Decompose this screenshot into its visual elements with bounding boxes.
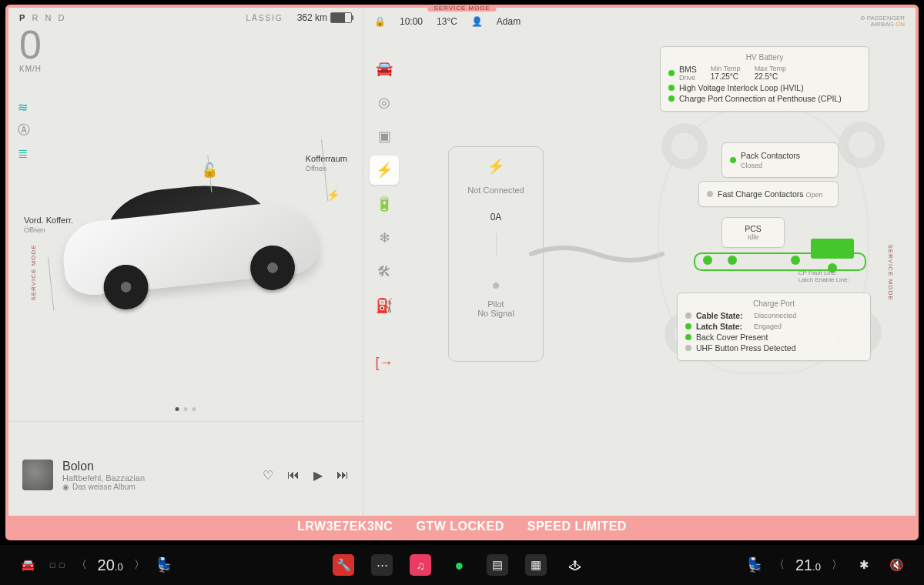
banner-gtw: GTW LOCKED — [416, 520, 504, 533]
status-dot-icon — [707, 191, 713, 197]
temp-left-down[interactable]: 〈 — [76, 558, 87, 572]
bottom-dock: 🚘 ▢ ▢ 〈 20.0 〉 💺 🔧 ⋯ ♫ ● ▤ ▦ 🕹 💺 〈 21.0 … — [0, 545, 924, 585]
vehicle-lock-icon[interactable]: 🔒 — [374, 16, 386, 27]
status-dot-icon — [685, 345, 691, 351]
nav-charging-icon[interactable]: ⚡ — [370, 155, 399, 185]
nav-exit-icon[interactable]: [→ — [370, 348, 399, 377]
user-name[interactable]: Adam — [497, 16, 521, 27]
cp-title: Charge Port — [685, 299, 862, 308]
temp-right-down[interactable]: 〈 — [774, 558, 785, 572]
trunk-action: Öffnen — [306, 165, 347, 173]
connector-current: 0A — [490, 212, 502, 222]
dock-more-icon[interactable]: ⋯ — [371, 554, 393, 576]
max-temp-label: Max Temp — [755, 65, 786, 72]
wheel-bg-icon — [839, 122, 885, 168]
dock-spotify-icon[interactable]: ● — [448, 554, 470, 576]
nav-steering-icon[interactable]: ◎ — [370, 88, 399, 117]
cable-state-value: Disconnected — [755, 312, 797, 319]
temp-left-up[interactable]: 〉 — [134, 558, 145, 572]
range-readout: 362 km — [297, 12, 352, 23]
dock-defrost-icons[interactable]: ▢ ▢ — [49, 561, 65, 569]
dock-volume-icon[interactable]: 🔇 — [886, 554, 907, 576]
banner-speed-limited: SPEED LIMITED — [527, 520, 627, 533]
status-dot-icon — [668, 70, 675, 76]
pilot-dot-icon — [493, 282, 499, 289]
dock-dashcam-icon[interactable]: ▦ — [525, 554, 547, 576]
media-card[interactable]: Bolon Haftbefehl, Bazzazian ◉Das weisse … — [8, 421, 363, 516]
vehicle-avatar — [55, 160, 323, 325]
hv-battery-card: HV Battery BMSDrive Min Temp17.25°C Max … — [660, 46, 869, 112]
temp-right[interactable]: 21.0 — [795, 557, 821, 574]
charge-port-icon[interactable]: ⚡ — [326, 189, 340, 201]
wheel-bg-icon — [661, 123, 708, 169]
cpil-label: Charge Port Connection at Penthouse (CPI… — [679, 94, 842, 103]
latch-enable-label: Latch Enable Line: — [798, 276, 849, 283]
min-temp-label: Min Temp — [711, 65, 741, 72]
seat-left-icon[interactable]: 💺 — [156, 557, 172, 573]
play-button[interactable]: ▶ — [313, 468, 323, 483]
nav-chip-icon[interactable]: ▣ — [370, 122, 399, 151]
pack-contactors-state: Closed — [741, 162, 762, 169]
hvil-label: High Voltage Interlock Loop (HVIL) — [679, 83, 804, 92]
speedometer: 0 KM/H — [19, 25, 42, 73]
pack-contactors-label: Pack Contactors — [741, 151, 800, 160]
dock-car-icon[interactable]: 🚘 — [17, 554, 38, 576]
source-dot-icon: ◉ — [62, 483, 69, 491]
charge-cable-graphic — [531, 246, 662, 256]
back-cover-label: Back Cover Present — [696, 333, 768, 342]
latch-state-label: Latch State: — [696, 322, 742, 331]
pilot-label: Pilot — [477, 299, 514, 309]
hv-title: HV Battery — [668, 53, 861, 62]
charge-port-card: Charge Port Cable State: Disconnected La… — [677, 292, 871, 361]
bolt-icon: ⚡ — [487, 158, 504, 175]
dock-fan-icon[interactable]: ✱ — [853, 554, 875, 576]
connector-status: Not Connected — [467, 186, 524, 195]
nav-fuel-icon[interactable]: ⛽ — [370, 291, 399, 320]
card-pager[interactable] — [176, 407, 196, 411]
status-dot-icon — [685, 334, 691, 340]
bms-label: BMS — [679, 65, 697, 74]
next-track-button[interactable]: ⏭ — [336, 468, 349, 482]
seat-right-icon[interactable]: 💺 — [746, 557, 763, 573]
speed-value: 0 — [19, 25, 42, 65]
pcs-label: PCS — [730, 224, 776, 233]
line-labels: CP Fault Line: Latch Enable Line: — [798, 269, 849, 283]
dock-radio-icon[interactable]: ▤ — [487, 554, 508, 576]
user-icon[interactable]: 👤 — [471, 16, 483, 27]
nav-tools-icon[interactable]: 🛠 — [370, 257, 399, 286]
prev-track-button[interactable]: ⏮ — [287, 468, 300, 482]
dock-arcade-icon[interactable]: 🕹 — [564, 554, 585, 576]
status-dot-icon — [685, 323, 691, 329]
album-art — [22, 460, 53, 490]
driver-pane: P R N D LÄSSIG 362 km 0 KM/H ≋ Ⓐ ≣ 🔓 ⚡ — [8, 8, 363, 516]
trunk-title: Kofferraum — [306, 154, 347, 163]
trunk-button[interactable]: Kofferraum Öffnen — [306, 154, 347, 173]
max-temp: 22.5°C — [755, 72, 786, 81]
pcs-state: Idle — [730, 233, 776, 241]
battery-icon — [330, 12, 352, 23]
cp-fault-label: CP Fault Line: — [798, 269, 849, 276]
dock-service-icon[interactable]: 🔧 — [333, 554, 354, 576]
speed-unit: KM/H — [19, 65, 42, 73]
status-dot-icon — [685, 313, 691, 319]
nav-vehicle-icon[interactable]: 🚘 — [370, 54, 399, 83]
range-km: 362 km — [297, 12, 327, 23]
temp-right-up[interactable]: 〉 — [832, 558, 842, 572]
service-alert-banner: LRW3E7EK3NC GTW LOCKED SPEED LIMITED — [8, 516, 916, 537]
like-button[interactable]: ♡ — [263, 468, 273, 483]
driver-profile: LÄSSIG — [246, 14, 283, 22]
dock-music-icon[interactable]: ♫ — [410, 554, 431, 576]
cable-state-label: Cable State: — [696, 311, 743, 320]
pcs-card: PCS Idle — [721, 217, 785, 248]
track-album: Das weisse Album — [72, 483, 136, 491]
nav-thermal-icon[interactable]: ❄ — [370, 223, 399, 252]
gear-selector: P R N D — [19, 13, 66, 22]
temp-left[interactable]: 20.0 — [98, 557, 123, 574]
pack-contactors-card: Pack ContactorsClosed — [721, 142, 839, 178]
latch-state-value: Engaged — [754, 323, 782, 330]
nav-battery-icon[interactable]: 🔋 — [370, 189, 399, 219]
banner-vin: LRW3E7EK3NC — [297, 520, 393, 533]
fast-contactors-card: Fast Charge Contactors Open — [698, 181, 839, 207]
fast-contactors-state: Open — [805, 191, 822, 199]
service-nav: 🚘 ◎ ▣ ⚡ 🔋 ❄ 🛠 ⛽ [→ — [370, 54, 399, 377]
